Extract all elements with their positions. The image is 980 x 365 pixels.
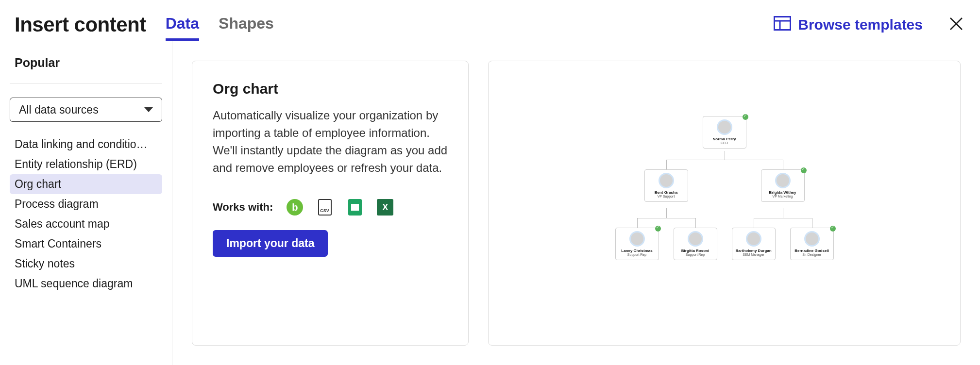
avatar (746, 231, 761, 247)
check-badge-icon (801, 167, 807, 173)
sidebar-item-erd[interactable]: Entity relationship (ERD) (10, 154, 162, 174)
check-badge-icon (743, 114, 748, 120)
org-node: Brigida Withey VP Marketing (761, 169, 805, 202)
dialog-header: Insert content Data Shapes Browse templa… (0, 0, 980, 41)
header-tabs: Data Shapes (166, 9, 274, 41)
google-sheets-icon (347, 199, 363, 216)
dialog-title: Insert content (15, 13, 146, 36)
main-content: Org chart Automatically visualize your o… (172, 41, 980, 365)
close-button[interactable] (947, 15, 965, 35)
detail-title: Org chart (213, 81, 448, 97)
templates-icon (774, 16, 791, 34)
browse-templates-link[interactable]: Browse templates (774, 16, 923, 34)
avatar (717, 119, 732, 135)
avatar (629, 231, 645, 247)
sidebar-item-data-linking[interactable]: Data linking and conditio… (10, 134, 162, 154)
org-node: Bent Grasha VP Support (644, 169, 688, 202)
org-node: Bartholemy Durgan SEM Manager (732, 228, 776, 260)
sidebar: Popular All data sources Data linking an… (0, 41, 172, 365)
excel-icon: X (377, 199, 393, 216)
sidebar-item-process-diagram[interactable]: Process diagram (10, 194, 162, 214)
works-with-row: Works with: b X (213, 199, 448, 216)
tab-data[interactable]: Data (166, 9, 199, 41)
csv-icon (317, 199, 333, 216)
sidebar-item-sales-account-map[interactable]: Sales account map (10, 214, 162, 234)
avatar (659, 173, 674, 188)
data-source-select[interactable]: All data sources (10, 98, 162, 122)
sidebar-item-uml-sequence[interactable]: UML sequence diagram (10, 274, 162, 294)
data-source-select-value: All data sources (19, 103, 99, 116)
org-chart-preview: Norma Perry CEO Bent Grasha VP Support B… (608, 111, 841, 296)
browse-templates-label: Browse templates (798, 17, 923, 33)
svg-rect-0 (775, 17, 791, 30)
chevron-down-icon (144, 107, 153, 112)
org-node: Norma Perry CEO (703, 116, 746, 149)
detail-panel: Org chart Automatically visualize your o… (192, 61, 469, 346)
avatar (804, 231, 820, 247)
sidebar-item-org-chart[interactable]: Org chart (10, 174, 162, 194)
sidebar-heading: Popular (10, 56, 162, 84)
tab-shapes[interactable]: Shapes (219, 9, 274, 41)
org-node: Bernadine Godsell Sr. Designer (790, 228, 834, 260)
avatar (688, 231, 703, 247)
sidebar-item-smart-containers[interactable]: Smart Containers (10, 234, 162, 254)
org-node: Birgitta Rosoni Support Rep (674, 228, 717, 260)
bamboohr-icon: b (287, 199, 303, 216)
preview-panel: Norma Perry CEO Bent Grasha VP Support B… (488, 61, 961, 346)
avatar (775, 173, 791, 188)
works-with-label: Works with: (213, 201, 273, 214)
import-data-button[interactable]: Import your data (213, 230, 328, 257)
sidebar-list: Data linking and conditio… Entity relati… (10, 134, 162, 294)
detail-description: Automatically visualize your organizatio… (213, 107, 448, 177)
check-badge-icon (655, 226, 661, 232)
sidebar-item-sticky-notes[interactable]: Sticky notes (10, 254, 162, 274)
check-badge-icon (830, 226, 836, 232)
org-node: Laney Christmas Support Rep (615, 228, 659, 260)
